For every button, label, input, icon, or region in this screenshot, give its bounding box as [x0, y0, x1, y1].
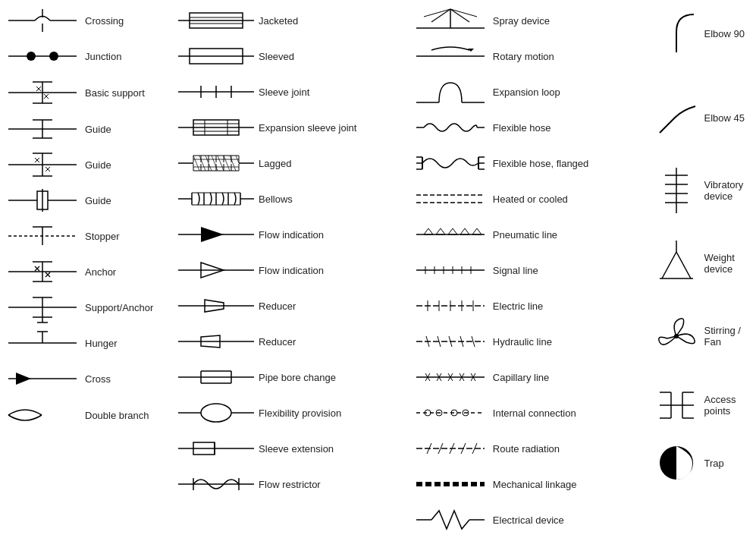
label-guide3: Guide	[80, 195, 111, 206]
item-hunger: Hunger	[2, 326, 175, 360]
item-route-radiation: Route radiation	[409, 431, 651, 466]
label-double-branch: Double branch	[80, 410, 149, 421]
column-1: Crossing Junction	[2, 3, 175, 535]
item-bellows: Bellows	[175, 181, 409, 216]
svg-marker-52	[16, 373, 31, 385]
item-capillary-line: Capillary line	[409, 360, 651, 395]
item-flow-indication-outline: Flow indication	[175, 253, 409, 288]
column-3: Spray device Rotary motion	[409, 3, 651, 535]
label-sleeve-extension: Sleeve extension	[254, 443, 334, 455]
svg-line-118	[431, 9, 450, 22]
item-sleeve-extension: Sleeve extension	[175, 431, 409, 466]
item-elbow-45: Elbow 45	[651, 87, 754, 148]
label-jacketed: Jacketed	[254, 15, 298, 27]
item-weight-device: Weight device	[651, 233, 754, 294]
svg-marker-140	[436, 228, 445, 234]
item-pneumatic-line: Pneumatic line	[409, 217, 651, 252]
label-vibratory-device: Vibratory device	[700, 179, 751, 202]
item-electric-line: Electric line	[409, 288, 651, 323]
item-guide1: Guide	[2, 112, 175, 146]
item-guide3: Guide	[2, 183, 175, 218]
item-anchor: Anchor	[2, 254, 175, 289]
label-sleeve-joint: Sleeve joint	[254, 87, 309, 98]
item-rotary-motion: Rotary motion	[409, 39, 651, 74]
label-expansion-sleeve-joint: Expansion sleeve joint	[254, 122, 356, 134]
label-access-points: Access points	[700, 394, 751, 417]
label-signal-line: Signal line	[488, 265, 538, 276]
label-flow-restrictor: Flow restrictor	[254, 479, 321, 490]
label-spray-device: Spray device	[488, 15, 550, 27]
item-hydraulic-line: Hydraulic line	[409, 324, 651, 359]
item-trap: Trap	[651, 440, 754, 486]
item-flow-restrictor: Flow restrictor	[175, 467, 409, 502]
label-hydraulic-line: Hydraulic line	[488, 336, 552, 348]
label-route-radiation: Route radiation	[488, 443, 560, 455]
item-stopper: Stopper	[2, 219, 175, 253]
item-reducer2: Reducer	[175, 324, 409, 359]
label-elbow-90: Elbow 90	[700, 28, 745, 39]
label-junction: Junction	[80, 51, 121, 62]
item-flexible-hose: Flexible hose	[409, 110, 651, 145]
item-guide2: Guide	[2, 147, 175, 182]
label-capillary-line: Capillary line	[488, 372, 549, 383]
label-stirring-fan: Stirring / Fan	[700, 325, 751, 348]
label-sleeved: Sleeved	[254, 51, 294, 62]
item-internal-connection: Internal connection	[409, 395, 651, 430]
svg-marker-95	[201, 227, 224, 242]
label-electrical-device: Electrical device	[488, 514, 564, 526]
item-expansion-loop: Expansion loop	[409, 74, 651, 109]
item-reducer1: Reducer	[175, 288, 409, 323]
item-flexible-hose-flanged: Flexible hose, flanged	[409, 146, 651, 181]
label-elbow-45: Elbow 45	[700, 112, 745, 124]
item-signal-line: Signal line	[409, 253, 651, 288]
label-internal-connection: Internal connection	[488, 407, 576, 419]
item-double-branch: Double branch	[2, 397, 175, 433]
label-support-anchor: Support/Anchor	[80, 302, 153, 313]
label-basic-support: Basic support	[80, 87, 145, 99]
label-reducer2: Reducer	[254, 336, 296, 348]
svg-marker-143	[472, 228, 482, 234]
svg-point-6	[49, 52, 58, 61]
label-guide2: Guide	[80, 159, 111, 171]
item-crossing: Crossing	[2, 3, 175, 38]
item-stirring-fan: Stirring / Fan	[651, 310, 754, 363]
label-flexible-hose: Flexible hose	[488, 122, 551, 134]
svg-point-109	[201, 404, 231, 422]
label-bellows: Bellows	[254, 193, 293, 205]
label-electric-line: Electric line	[488, 300, 543, 312]
svg-line-119	[450, 9, 469, 22]
label-pipe-bore-change: Pipe bore change	[254, 372, 336, 383]
label-lagged: Lagged	[254, 158, 291, 169]
item-sleeved: Sleeved	[175, 39, 409, 74]
label-flexible-hose-flanged: Flexible hose, flanged	[488, 158, 588, 169]
column-2: Jacketed Sleeved Sleeve jo	[175, 3, 409, 535]
label-weight-device: Weight device	[700, 252, 751, 275]
item-junction: Junction	[2, 39, 175, 74]
item-vibratory-device: Vibratory device	[651, 164, 754, 217]
label-flow-indication-filled: Flow indication	[254, 229, 324, 241]
item-support-anchor: Support/Anchor	[2, 290, 175, 325]
label-flow-indication-outline: Flow indication	[254, 265, 324, 276]
item-flexibility-provision: Flexibility provision	[175, 395, 409, 430]
svg-marker-139	[424, 228, 433, 234]
item-expansion-sleeve-joint: Expansion sleeve joint	[175, 110, 409, 145]
label-flexibility-provision: Flexibility provision	[254, 407, 341, 419]
label-anchor: Anchor	[80, 266, 116, 278]
column-4: Elbow 90 Elbow 45	[651, 3, 754, 535]
item-heated-cooled: Heated or cooled	[409, 181, 651, 216]
svg-point-5	[27, 52, 36, 61]
label-guide1: Guide	[80, 124, 111, 135]
svg-line-120	[424, 9, 450, 17]
item-mechanical-linkage: Mechanical linkage	[409, 467, 651, 502]
label-pneumatic-line: Pneumatic line	[488, 229, 557, 241]
item-access-points: Access points	[651, 379, 754, 432]
item-flow-indication-filled: Flow indication	[175, 217, 409, 252]
item-cross: Cross	[2, 361, 175, 396]
item-lagged: Lagged	[175, 146, 409, 181]
svg-line-121	[450, 9, 477, 17]
label-reducer1: Reducer	[254, 300, 296, 312]
item-electrical-device: Electrical device	[409, 502, 651, 537]
item-jacketed: Jacketed	[175, 3, 409, 38]
label-hunger: Hunger	[80, 338, 118, 349]
item-elbow-90: Elbow 90	[651, 3, 754, 64]
